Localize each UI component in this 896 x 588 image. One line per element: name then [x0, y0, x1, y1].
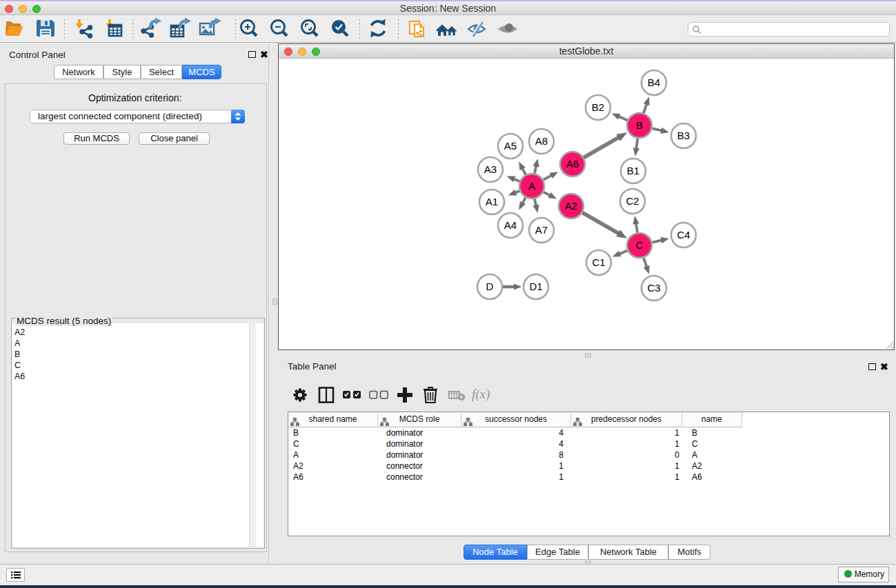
svg-text:B: B: [636, 119, 643, 131]
svg-text:D: D: [486, 281, 494, 292]
svg-text:B1: B1: [627, 165, 639, 176]
svg-text:B2: B2: [592, 101, 604, 113]
svg-text:C2: C2: [626, 195, 639, 207]
svg-text:C3: C3: [647, 282, 660, 294]
svg-text:A6: A6: [566, 158, 579, 170]
svg-text:B4: B4: [648, 77, 660, 88]
svg-text:A8: A8: [535, 135, 548, 147]
svg-text:A5: A5: [504, 140, 517, 152]
svg-text:A2: A2: [565, 200, 577, 212]
svg-text:A7: A7: [535, 224, 548, 236]
svg-text:C1: C1: [592, 256, 605, 268]
svg-text:C: C: [636, 239, 644, 251]
svg-text:D1: D1: [529, 281, 542, 292]
svg-text:C4: C4: [677, 229, 690, 241]
svg-text:A4: A4: [504, 219, 517, 231]
svg-text:A1: A1: [486, 196, 498, 207]
svg-text:B3: B3: [677, 130, 690, 141]
svg-text:A3: A3: [484, 163, 497, 175]
svg-text:A: A: [528, 180, 535, 192]
